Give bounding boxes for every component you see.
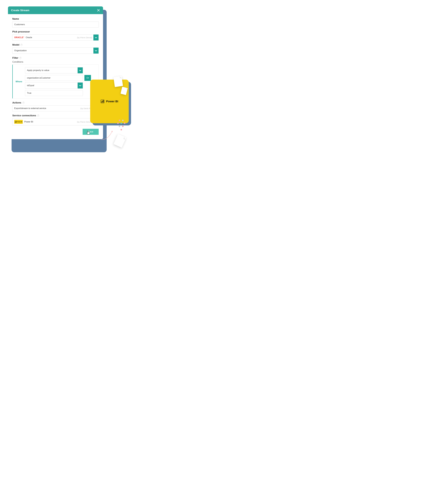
document-icon (113, 76, 123, 87)
close-icon[interactable] (97, 9, 100, 12)
name-label: Name (12, 18, 99, 20)
condition-type-select[interactable]: Apply property to value (25, 67, 83, 73)
processor-label: Pick processor (12, 30, 99, 33)
actions-value: Export/stream to external service (14, 107, 46, 110)
service-select[interactable]: Power BI Power BI (by Pierre Derval) (12, 118, 99, 126)
powerbi-badge-icon: Power BI (14, 120, 23, 124)
service-author: (by Pierre Derval) (77, 121, 92, 123)
create-stream-dialog: Create Stream Name Pick processor ORACLE… (8, 6, 103, 139)
filter-label: Filter ? (12, 56, 99, 59)
dialog-header: Create Stream (8, 6, 103, 14)
name-input[interactable] (12, 22, 99, 27)
chevron-down-icon[interactable] (78, 67, 83, 73)
help-icon[interactable]: ? (19, 57, 21, 59)
chevron-down-icon[interactable] (78, 82, 83, 89)
chevron-down-icon[interactable] (93, 35, 99, 40)
powerbi-logo-icon (101, 100, 104, 103)
dialog-title: Create Stream (11, 9, 29, 12)
oracle-logo-icon: ORACLE® (14, 36, 24, 39)
service-value: Power BI (24, 121, 33, 123)
chevron-down-icon[interactable] (93, 48, 99, 54)
actions-label: Actions ? (12, 101, 99, 104)
powerbi-card: Power BI (90, 80, 129, 123)
conditions-box: Where Apply property to value Or (12, 64, 99, 99)
conditions-label: Conditions (12, 61, 99, 63)
or-button[interactable]: Or (84, 75, 91, 81)
where-label: Where (16, 80, 22, 83)
condition-value-input[interactable] (25, 90, 83, 96)
condition-property-input[interactable] (25, 75, 83, 81)
actions-row[interactable]: Export/stream to external service (by De… (12, 105, 99, 111)
condition-operator-select[interactable]: isEqual (25, 82, 83, 89)
help-icon[interactable]: ? (22, 102, 25, 104)
save-button[interactable]: Save (83, 129, 99, 135)
model-select[interactable]: Organization (12, 47, 99, 54)
processor-author: (by Pierre Derval) (77, 36, 92, 39)
decorative-dots (116, 120, 131, 134)
powerbi-card-label: Power BI (106, 100, 118, 103)
model-value: Organization (14, 49, 27, 52)
service-label: Service connections ? (12, 114, 99, 117)
model-label: Model ? (12, 43, 99, 46)
help-icon[interactable]: ? (20, 44, 23, 46)
help-icon[interactable]: ? (37, 115, 39, 117)
processor-select[interactable]: ORACLE® Oracle (by Pierre Derval) (12, 34, 99, 41)
processor-value: Oracle (26, 36, 32, 39)
arrow-icon (101, 129, 116, 141)
